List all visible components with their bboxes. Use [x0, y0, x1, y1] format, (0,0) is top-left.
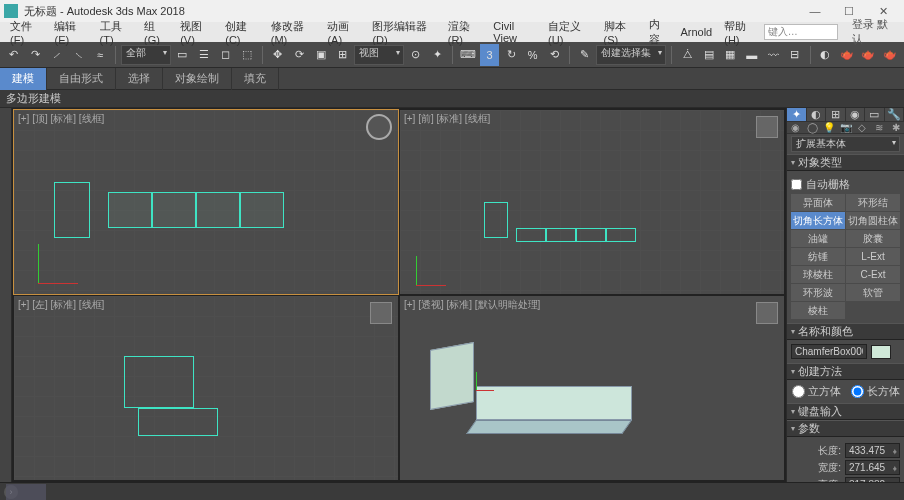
viewport-label[interactable]: [+] [顶] [标准] [线框]: [18, 112, 104, 126]
menu-script[interactable]: 脚本(S): [598, 19, 643, 46]
length-spinner[interactable]: 433.475: [845, 443, 900, 458]
mirror-button[interactable]: ⧊: [677, 44, 697, 66]
rollout-name-color[interactable]: 名称和颜色: [787, 323, 904, 340]
timeline-thumb[interactable]: [6, 484, 46, 500]
wire-object[interactable]: [54, 182, 90, 238]
toggle-ribbon-button[interactable]: ▬: [742, 44, 762, 66]
place-button[interactable]: ⊞: [333, 44, 353, 66]
viewport-top[interactable]: [+] [顶] [标准] [线框]: [14, 110, 398, 294]
wire-object[interactable]: [124, 356, 194, 408]
snap-toggle-button[interactable]: 3: [480, 44, 500, 66]
edit-named-sel-button[interactable]: ✎: [575, 44, 595, 66]
rotate-button[interactable]: ⟳: [289, 44, 309, 66]
spinner-snap-button[interactable]: ⟲: [544, 44, 564, 66]
tab-selection[interactable]: 选择: [116, 68, 163, 90]
hierarchy-tab[interactable]: ⊞: [826, 108, 846, 121]
viewcube-icon[interactable]: [370, 302, 392, 324]
menu-group[interactable]: 组(G): [138, 19, 174, 46]
navwheel-icon[interactable]: [366, 114, 392, 140]
display-tab[interactable]: ▭: [865, 108, 885, 121]
systems-icon[interactable]: ✱: [887, 122, 904, 133]
scale-button[interactable]: ▣: [311, 44, 331, 66]
obj-chamferbox[interactable]: 切角长方体: [791, 212, 845, 229]
undo-button[interactable]: ↶: [4, 44, 24, 66]
obj-hedra[interactable]: 异面体: [791, 194, 845, 211]
shapes-icon[interactable]: ◯: [804, 122, 821, 133]
obj-chamfercyl[interactable]: 切角圆柱体: [846, 212, 900, 229]
obj-oiltank[interactable]: 油罐: [791, 230, 845, 247]
menu-customize[interactable]: 自定义(U): [542, 19, 598, 46]
color-swatch[interactable]: [871, 345, 891, 359]
render-frame-button[interactable]: 🫖: [859, 44, 879, 66]
viewcube-icon[interactable]: [756, 116, 778, 138]
named-selection-dropdown[interactable]: 创建选择集: [596, 45, 666, 65]
tab-freeform[interactable]: 自由形式: [47, 68, 116, 90]
method-box-radio[interactable]: 长方体: [851, 384, 900, 399]
menu-create[interactable]: 创建(C): [219, 19, 265, 46]
viewport-left[interactable]: [+] [左] [标准] [线框]: [14, 296, 398, 480]
utilities-tab[interactable]: 🔧: [885, 108, 905, 121]
obj-ringwave[interactable]: 环形波: [791, 284, 845, 301]
angle-snap-button[interactable]: ↻: [501, 44, 521, 66]
menu-arnold[interactable]: Arnold: [674, 26, 718, 38]
menu-civilview[interactable]: Civil View: [487, 20, 542, 44]
polygon-modeling-label[interactable]: 多边形建模: [6, 91, 61, 106]
layer-button[interactable]: ▦: [720, 44, 740, 66]
menu-tools[interactable]: 工具(T): [94, 19, 138, 46]
obj-capsule[interactable]: 胶囊: [846, 230, 900, 247]
obj-cext[interactable]: C-Ext: [846, 266, 900, 283]
viewport-front[interactable]: [+] [前] [标准] [线框]: [400, 110, 784, 294]
curve-editor-button[interactable]: 〰: [764, 44, 784, 66]
selection-filter-dropdown[interactable]: 全部: [121, 45, 171, 65]
redo-button[interactable]: ↷: [26, 44, 46, 66]
cameras-icon[interactable]: 📷: [837, 122, 854, 133]
link-button[interactable]: ⟋: [47, 44, 67, 66]
refcoord-dropdown[interactable]: 视图: [354, 45, 404, 65]
menu-grapheditor[interactable]: 图形编辑器(D): [366, 19, 441, 46]
create-tab[interactable]: ✦: [787, 108, 807, 121]
width-spinner[interactable]: 271.645: [845, 460, 900, 475]
keyboard-shortcut-button[interactable]: ⌨: [458, 44, 478, 66]
menu-render[interactable]: 渲染(R): [442, 19, 488, 46]
render-setup-button[interactable]: 🫖: [837, 44, 857, 66]
render-button[interactable]: 🫖: [880, 44, 900, 66]
obj-hose[interactable]: 软管: [846, 284, 900, 301]
rollout-object-type[interactable]: 对象类型: [787, 154, 904, 171]
menu-edit[interactable]: 编辑(E): [48, 19, 93, 46]
menu-file[interactable]: 文件(F): [4, 19, 48, 46]
obj-prism[interactable]: 棱柱: [791, 302, 845, 319]
schematic-button[interactable]: ⊟: [785, 44, 805, 66]
login-status[interactable]: 登录 默认: [846, 17, 900, 47]
menu-view[interactable]: 视图(V): [174, 19, 219, 46]
geometry-icon[interactable]: ◉: [787, 122, 804, 133]
percent-snap-button[interactable]: %: [523, 44, 543, 66]
menu-animation[interactable]: 动画(A): [321, 19, 366, 46]
viewcube-icon[interactable]: [756, 302, 778, 324]
minimize-button[interactable]: —: [798, 1, 832, 21]
window-crossing-button[interactable]: ⬚: [237, 44, 257, 66]
search-input[interactable]: 键入…: [764, 24, 838, 40]
shaded-object[interactable]: [430, 342, 474, 410]
obj-lext[interactable]: L-Ext: [846, 248, 900, 265]
wire-object[interactable]: [138, 408, 218, 436]
obj-torusknot[interactable]: 环形结: [846, 194, 900, 211]
motion-tab[interactable]: ◉: [846, 108, 866, 121]
tab-populate[interactable]: 填充: [232, 68, 279, 90]
method-cube-radio[interactable]: 立方体: [792, 384, 841, 399]
rect-select-button[interactable]: ◻: [216, 44, 236, 66]
lights-icon[interactable]: 💡: [820, 122, 837, 133]
viewport-perspective[interactable]: [+] [透视] [标准] [默认明暗处理]: [400, 296, 784, 480]
viewport-label[interactable]: [+] [前] [标准] [线框]: [404, 112, 490, 126]
bind-button[interactable]: ≈: [90, 44, 110, 66]
tab-modeling[interactable]: 建模: [0, 68, 47, 90]
rollout-create-method[interactable]: 创建方法: [787, 363, 904, 380]
manipulate-button[interactable]: ✦: [428, 44, 448, 66]
obj-gengon[interactable]: 球棱柱: [791, 266, 845, 283]
obj-spindle[interactable]: 纺锤: [791, 248, 845, 265]
tab-objectpaint[interactable]: 对象绘制: [163, 68, 232, 90]
category-dropdown[interactable]: 扩展基本体: [791, 136, 900, 152]
space-warps-icon[interactable]: ≋: [871, 122, 888, 133]
object-name-input[interactable]: [791, 344, 867, 359]
align-button[interactable]: ▤: [699, 44, 719, 66]
shaded-object[interactable]: [476, 386, 632, 420]
